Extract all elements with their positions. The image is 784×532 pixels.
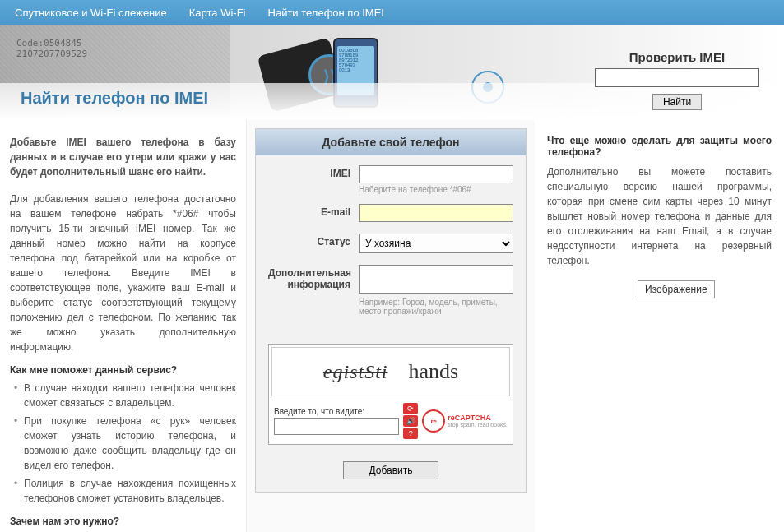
captcha-box: egistSti hands Введите то, что видите: ⟳…	[268, 344, 513, 445]
imei-label: IMEI	[268, 165, 359, 179]
intro-text: Добавьте IMEI вашего телефона в базу дан…	[10, 135, 236, 179]
why-heading: Зачем нам это нужно?	[10, 516, 236, 527]
help-heading: Как мне поможет данный сервис?	[10, 364, 236, 376]
captcha-refresh-icon[interactable]: ⟳	[403, 403, 418, 414]
extra-label: Дополнительная информация	[268, 265, 359, 290]
captcha-image: egistSti hands	[271, 347, 510, 396]
center-column: Добавьте свой телефон IMEI Наберите на т…	[247, 120, 535, 532]
captcha-audio-icon[interactable]: 🔊	[403, 415, 418, 427]
form-header: Добавьте свой телефон	[256, 129, 526, 155]
page-title: Найти телефон по IMEI	[21, 89, 208, 108]
imei-input[interactable]	[359, 165, 513, 183]
captcha-help-icon[interactable]: ?	[403, 428, 418, 439]
email-input[interactable]	[359, 204, 513, 222]
nav-link-tracking[interactable]: Спутниковое и Wi-Fi слежение	[10, 5, 172, 21]
status-select[interactable]: У хозяина Утерян Украден	[359, 234, 513, 253]
list-item: При покупке телефона «с рук» человек смо…	[14, 414, 236, 473]
check-find-button[interactable]: Найти	[652, 94, 702, 110]
banner: Code:0504845 2107207709529 0019808970818…	[0, 25, 784, 120]
check-title: Проверить IMEI	[591, 50, 763, 64]
benefits-list: В случае находки вашего телефона человек…	[10, 381, 236, 506]
nav-link-find-imei[interactable]: Найти телефон по IMEI	[263, 5, 389, 21]
list-item: Полиция в случае нахождения похищенных т…	[14, 476, 236, 506]
imei-hint: Наберите на телефоне *#06#	[359, 185, 513, 194]
nav-link-wifi-map[interactable]: Карта Wi-Fi	[184, 5, 251, 21]
instructions-text: Для добавления вашего телефона достаточн…	[10, 192, 236, 354]
email-label: E-mail	[268, 204, 359, 218]
check-imei-input[interactable]	[595, 68, 759, 87]
check-imei-box: Проверить IMEI Найти	[591, 50, 763, 110]
top-nav: Спутниковое и Wi-Fi слежение Карта Wi-Fi…	[0, 0, 784, 25]
captcha-input[interactable]	[274, 418, 399, 435]
image-placeholder: Изображение	[638, 280, 715, 298]
right-heading: Что еще можно сделать для защиты моего т…	[547, 135, 772, 158]
main-content: Добавьте IMEI вашего телефона в базу дан…	[0, 120, 784, 532]
extra-textarea[interactable]	[359, 265, 513, 294]
add-phone-form: Добавьте свой телефон IMEI Наберите на т…	[255, 128, 527, 493]
list-item: В случае находки вашего телефона человек…	[14, 381, 236, 410]
left-column: Добавьте IMEI вашего телефона в базу дан…	[0, 120, 247, 532]
right-text: Дополнительно вы можете поставить специа…	[547, 164, 772, 268]
recaptcha-logo: re reCAPTCHA stop spam. read books.	[422, 409, 508, 433]
captcha-label: Введите то, что видите:	[274, 407, 399, 416]
submit-button[interactable]: Добавить	[343, 461, 438, 479]
right-column: Что еще можно сделать для защиты моего т…	[535, 120, 784, 532]
status-label: Статус	[268, 234, 359, 247]
barcode-text: Code:0504845 2107207709529	[16, 38, 87, 59]
extra-hint: Например: Город, модель, приметы, место …	[359, 298, 513, 316]
